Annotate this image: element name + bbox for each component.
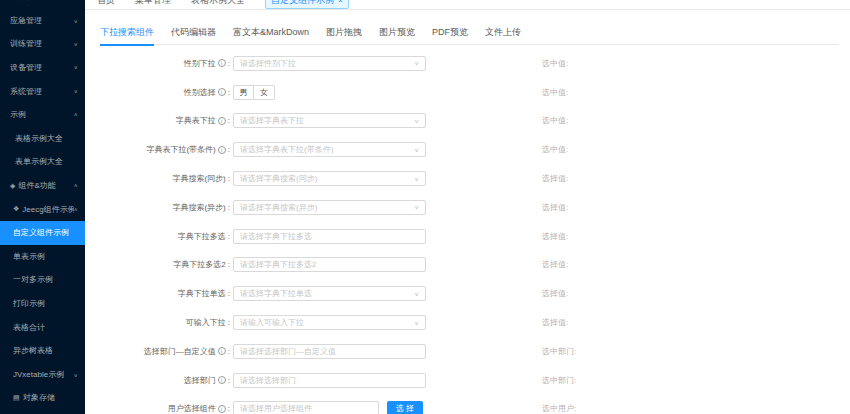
- sidebar-item-form-demos[interactable]: 表单示例大全: [0, 150, 85, 174]
- tab-table-demos[interactable]: 表格示例大全: [191, 0, 245, 7]
- selected-value-label: 选择值:: [542, 202, 568, 213]
- sidebar-item-single-table[interactable]: 单表示例: [0, 245, 85, 269]
- dict-search-sync-select[interactable]: 请选择字典搜索(同步)∨: [233, 171, 426, 186]
- sidebar-item-label: JVxetable示例: [13, 369, 64, 380]
- form-row-dict-table-select: 字典表下拉: 请选择字典表下拉∨ 选中值:: [85, 107, 850, 136]
- tab-richtext-markdown[interactable]: 富文本&MarkDown: [233, 26, 309, 44]
- field-label: 字典下拉多选2:: [85, 259, 233, 270]
- selected-value-label: 选中值:: [542, 87, 568, 98]
- form-row-dict-search-async: 字典搜索(异步): 请选择字典搜索(异步)∨ 选择值:: [85, 193, 850, 222]
- demo-form: 性别下拉: 请选择性别下拉∨ 选中值: 性别选择: 男 女 选中值: 字典表下拉…: [85, 49, 850, 414]
- tab-image-drag[interactable]: 图片拖拽: [326, 26, 362, 44]
- tab-dropdown-search[interactable]: 下拉搜索组件: [100, 26, 154, 46]
- sidebar-item-label: 自定义组件示例: [13, 227, 69, 238]
- form-row-sex-select: 性别下拉: 请选择性别下拉∨ 选中值:: [85, 49, 850, 78]
- sidebar-item-label: 示例: [10, 109, 26, 120]
- tab-menu-management[interactable]: 菜单管理: [135, 0, 171, 7]
- placeholder-text: 请选择字典下拉多选: [240, 231, 419, 242]
- info-icon[interactable]: [218, 59, 226, 67]
- sidebar-item-print-demo[interactable]: 打印示例: [0, 292, 85, 316]
- sex-select[interactable]: 请选择性别下拉∨: [233, 56, 426, 71]
- selected-value-label: 选中值:: [542, 144, 568, 155]
- form-row-dict-table-cond-select: 字典表下拉(带条件): 请选择字典表下拉(带条件)∨ 选中值:: [85, 135, 850, 164]
- selected-depart-label: 选中部门:: [542, 346, 576, 357]
- form-row-dict-search-sync: 字典搜索(同步): 请选择字典搜索(同步)∨ 选择值:: [85, 164, 850, 193]
- radio-male[interactable]: 男: [233, 85, 254, 100]
- placeholder-text: 请选择用户选择组件: [240, 403, 372, 414]
- sidebar-item-label: Jeecg组件示例: [22, 204, 73, 215]
- tab-file-upload[interactable]: 文件上传: [485, 26, 521, 44]
- field-label: 性别下拉:: [85, 58, 233, 69]
- dict-table-select[interactable]: 请选择字典表下拉∨: [233, 113, 426, 128]
- sidebar-item-async-tree[interactable]: 异步树表格: [0, 339, 85, 363]
- selected-user-label: 选中用户:: [542, 403, 576, 414]
- sidebar-item-system[interactable]: 系统管理∨: [0, 79, 85, 103]
- form-row-dict-multiselect: 字典下拉多选: 请选择字典下拉多选 选择值:: [85, 222, 850, 251]
- radio-female[interactable]: 女: [254, 85, 275, 100]
- info-icon[interactable]: [218, 376, 226, 384]
- sidebar-item-device[interactable]: 设备管理∨: [0, 56, 85, 80]
- sidebar-item-demo[interactable]: 示例∧: [0, 103, 85, 127]
- sidebar-item-question-bank[interactable]: 题库管理: [0, 0, 85, 9]
- tab-code-editor[interactable]: 代码编辑器: [171, 26, 216, 44]
- sidebar-item-one-to-many[interactable]: 一对多示例: [0, 268, 85, 292]
- info-icon[interactable]: [218, 117, 226, 125]
- sidebar-item-components[interactable]: ◈组件&功能∧: [0, 174, 85, 198]
- placeholder-text: 请选择选择部门: [240, 375, 419, 386]
- info-icon[interactable]: [218, 405, 226, 413]
- dict-search-async-select[interactable]: 请选择字典搜索(异步)∨: [233, 200, 426, 215]
- sidebar-item-table-total[interactable]: 表格合计: [0, 315, 85, 339]
- form-row-dict-multiselect2: 字典下拉多选2: 请选择字典下拉多选2 选择值:: [85, 251, 850, 280]
- selected-value-label: 选择值:: [542, 231, 568, 242]
- chevron-down-icon: ∨: [414, 204, 419, 210]
- selected-value-label: 选中值:: [542, 115, 568, 126]
- tab-custom-components[interactable]: 自定义组件示例 ×: [265, 0, 349, 9]
- tab-label: 自定义组件示例: [271, 0, 334, 7]
- user-select-input[interactable]: 请选择用户选择组件: [233, 401, 379, 414]
- sidebar-item-label: 表格合计: [13, 322, 45, 333]
- tab-image-preview[interactable]: 图片预览: [379, 26, 415, 44]
- select-user-button[interactable]: 选 择: [387, 401, 423, 414]
- sidebar-item-custom-components[interactable]: 自定义组件示例: [0, 221, 85, 245]
- dict-table-cond-select[interactable]: 请选择字典表下拉(带条件)∨: [233, 142, 426, 157]
- tab-pdf-preview[interactable]: PDF预览: [432, 26, 468, 44]
- field-label: 字典表下拉(带条件):: [85, 144, 233, 155]
- sidebar-item-emergency[interactable]: 应急管理∨: [0, 9, 85, 33]
- field-label: 字典搜索(同步):: [85, 173, 233, 184]
- sidebar-item-table-demos[interactable]: 表格示例大全: [0, 127, 85, 151]
- depart-custom-value-input[interactable]: 请选择选择部门—自定义值: [233, 344, 426, 359]
- selected-value-label: 选择值:: [542, 259, 568, 270]
- sidebar-item-training[interactable]: 训练管理∨: [0, 32, 85, 56]
- dict-multiselect2[interactable]: 请选择字典下拉多选2: [233, 257, 426, 272]
- sidebar-item-label: 表单示例大全: [15, 156, 63, 167]
- field-label: 选择部门—自定义值:: [85, 346, 233, 357]
- field-label: 字典表下拉:: [85, 115, 233, 126]
- chevron-up-icon: ∧: [74, 183, 78, 189]
- sidebar-item-object-storage[interactable]: ▤对象存储: [0, 386, 85, 410]
- dict-single-select[interactable]: 请选择字典下拉单选∨: [233, 286, 426, 301]
- chevron-down-icon: ∨: [414, 320, 419, 326]
- storage-icon: ▤: [13, 394, 20, 402]
- sidebar-item-jvxetable[interactable]: JVxetable示例∨: [0, 363, 85, 387]
- sidebar-item-label: 应急管理: [10, 15, 42, 26]
- sidebar-item-label: 打印示例: [13, 298, 45, 309]
- chevron-down-icon: ∨: [414, 147, 419, 153]
- info-icon[interactable]: [218, 146, 226, 154]
- sidebar-item-jeecg-components[interactable]: ❖Jeecg组件示例∧: [0, 197, 85, 221]
- editable-select[interactable]: 请输入可输入下拉∨: [233, 315, 426, 330]
- selected-value-label: 选中值:: [542, 58, 568, 69]
- info-icon[interactable]: [218, 88, 226, 96]
- info-icon[interactable]: [218, 347, 226, 355]
- depart-select-input[interactable]: 请选择选择部门: [233, 373, 426, 388]
- chevron-down-icon: ∨: [414, 291, 419, 297]
- sidebar-item-label: 异步树表格: [13, 345, 53, 356]
- tab-home[interactable]: 首页: [97, 0, 115, 7]
- close-icon[interactable]: ×: [338, 0, 343, 5]
- chevron-up-icon: ∧: [74, 112, 78, 118]
- chevron-down-icon: ∨: [414, 118, 419, 124]
- placeholder-text: 请选择字典表下拉: [240, 115, 410, 126]
- chevron-down-icon: ∨: [74, 371, 78, 377]
- dict-multiselect[interactable]: 请选择字典下拉多选: [233, 229, 426, 244]
- placeholder-text: 请选择选择部门—自定义值: [240, 346, 419, 357]
- sidebar-item-label: 训练管理: [10, 38, 42, 49]
